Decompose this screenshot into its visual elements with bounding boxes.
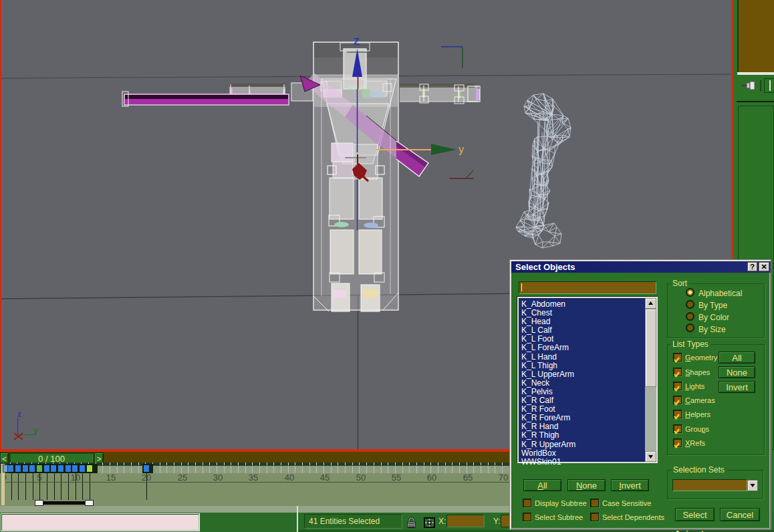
svg-text:y: y [459,144,464,155]
svg-text:z: z [17,410,21,419]
svg-text:y: y [33,426,38,435]
svg-text:Z: Z [354,36,360,47]
